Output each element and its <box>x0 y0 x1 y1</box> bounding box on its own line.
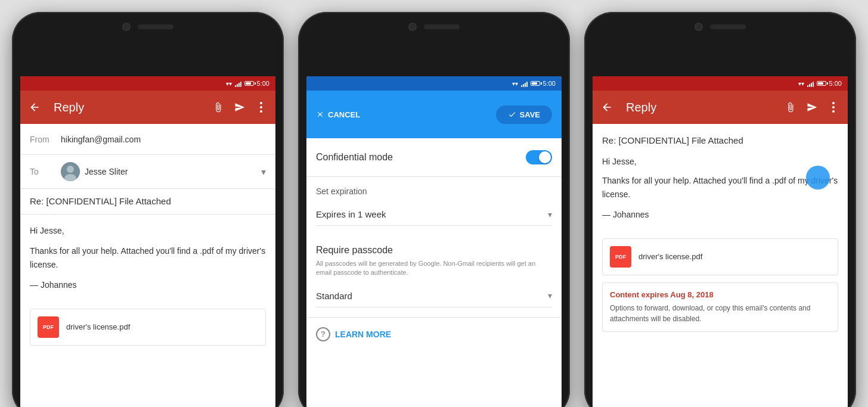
attachment-1[interactable]: PDF driver's license.pdf <box>30 309 266 346</box>
send-button-3[interactable] <box>805 100 819 114</box>
app-bar-title-1: Reply <box>54 101 204 114</box>
conf-header-2: CANCEL SAVE <box>306 91 562 138</box>
battery-icon-1 <box>244 81 254 86</box>
save-button-2[interactable]: SAVE <box>496 105 552 124</box>
svg-point-2 <box>260 110 262 113</box>
body-text-1: Hi Jesse, <box>30 224 266 237</box>
svg-point-6 <box>832 102 835 104</box>
phone-top-bar-1 <box>12 23 284 31</box>
from-label-1: From <box>30 135 54 144</box>
phone-top-bar-2 <box>298 23 570 31</box>
more-menu-button-3[interactable] <box>826 100 841 114</box>
pdf-icon-3: PDF <box>610 246 631 268</box>
body-content-1[interactable]: Hi Jesse, Thanks for all your help. Atta… <box>20 215 275 302</box>
speaker-1 <box>138 24 173 29</box>
expand-icon-1[interactable]: ▾ <box>261 166 266 178</box>
conf-mode-section-2: Confidential mode <box>306 138 562 177</box>
phone-frame-3: ▾▾ 5:00 R <box>584 12 856 407</box>
save-label-2: SAVE <box>520 110 540 119</box>
dropdown-arrow-2: ▾ <box>548 210 552 219</box>
phone-screen-2: ▾▾ 5:00 CANCEL <box>306 76 562 407</box>
cancel-label-2: CANCEL <box>328 110 360 119</box>
subject-row-1[interactable]: Re: [CONFIDENTIAL] File Attached <box>20 189 275 215</box>
expiry-title-3: Content expires Aug 8, 2018 <box>610 290 830 299</box>
more-menu-button-1[interactable] <box>254 100 268 114</box>
conf-mode-toggle-2[interactable] <box>526 150 552 164</box>
status-time-3: 5:00 <box>829 80 842 87</box>
status-time-2: 5:00 <box>543 80 556 87</box>
wifi-icon-2: ▾▾ <box>512 80 518 87</box>
phone-2: ▾▾ 5:00 CANCEL <box>298 12 570 407</box>
greeting-3: Hi Jesse, <box>602 155 838 168</box>
to-label-1: To <box>30 167 54 176</box>
body-para-3: Thanks for all your help. Attached you'l… <box>602 174 838 201</box>
camera-2 <box>408 23 417 31</box>
attachment-3[interactable]: PDF driver's license.pdf <box>602 238 838 275</box>
expiry-text-3: Options to forward, download, or copy th… <box>610 303 830 324</box>
expiration-value-2: Expires in 1 week <box>316 209 386 219</box>
subject-text-3: Re: [CONFIDENTIAL] File Attached <box>602 133 838 148</box>
signal-icon-2 <box>521 80 528 87</box>
passcode-arrow-2: ▾ <box>548 291 552 300</box>
app-bar-1: Reply <box>20 91 275 124</box>
back-button-1[interactable] <box>27 100 42 114</box>
phone-top-bar-3 <box>584 23 856 31</box>
conf-mode-row-2: Confidential mode <box>316 150 552 164</box>
camera-3 <box>695 23 703 31</box>
phone-screen-3: ▾▾ 5:00 R <box>593 76 848 407</box>
status-time-1: 5:00 <box>257 80 269 87</box>
speaker-3 <box>710 24 746 29</box>
body-content-3[interactable]: Re: [CONFIDENTIAL] File Attached Hi Jess… <box>593 124 848 231</box>
passcode-title-2: Require passcode <box>316 245 552 256</box>
cancel-button-2[interactable]: CANCEL <box>316 110 360 119</box>
phone-3: ▾▾ 5:00 R <box>584 12 856 407</box>
expiration-dropdown-2[interactable]: Expires in 1 week ▾ <box>316 203 552 226</box>
svg-point-8 <box>832 110 835 113</box>
phone-frame-2: ▾▾ 5:00 CANCEL <box>298 12 570 407</box>
expiry-notice-3: Content expires Aug 8, 2018 Options to f… <box>602 282 838 332</box>
learn-more-icon-2: ? <box>316 327 330 341</box>
to-field-1[interactable]: To Jesse Sliter ▾ <box>20 155 275 189</box>
status-bar-1: ▾▾ 5:00 <box>20 76 275 91</box>
camera-1 <box>122 23 131 31</box>
phone-screen-1: ▾▾ 5:00 R <box>20 76 275 407</box>
app-bar-3: Reply <box>593 91 848 124</box>
subject-text-1: Re: [CONFIDENTIAL] File Attached <box>30 196 171 206</box>
body-para-1: Thanks for all your help. Attached you'l… <box>30 244 266 271</box>
attachment-button-1[interactable] <box>211 100 225 114</box>
learn-more-label-2: LEARN MORE <box>335 330 391 339</box>
signal-icon-3 <box>807 80 814 87</box>
svg-point-0 <box>260 102 262 104</box>
expiration-title-2: Set expiration <box>316 187 552 196</box>
avatar-1 <box>61 162 80 181</box>
conf-mode-label-2: Confidential mode <box>316 152 393 163</box>
status-bar-2: ▾▾ 5:00 <box>306 76 562 91</box>
passcode-desc-2: All passcodes will be generated by Googl… <box>316 259 552 278</box>
learn-more-row-2[interactable]: ? LEARN MORE <box>306 318 562 351</box>
toggle-knob-2 <box>539 151 551 163</box>
svg-point-1 <box>260 106 262 108</box>
to-name-1[interactable]: Jesse Sliter <box>85 167 261 176</box>
app-bar-title-3: Reply <box>626 101 776 114</box>
passcode-value-2: Standard <box>316 291 352 301</box>
status-bar-3: ▾▾ 5:00 <box>593 76 848 91</box>
attachment-button-3[interactable] <box>783 100 798 114</box>
from-value-1[interactable]: hikingfan@gmail.com <box>61 135 266 144</box>
passcode-dropdown-2[interactable]: Standard ▾ <box>316 285 552 307</box>
battery-icon-3 <box>817 81 826 86</box>
blue-circle-3 <box>806 166 830 189</box>
phone-1: ▾▾ 5:00 R <box>12 12 284 407</box>
phone-frame-1: ▾▾ 5:00 R <box>12 12 284 407</box>
attachment-name-3: driver's license.pdf <box>638 252 702 261</box>
back-button-3[interactable] <box>600 100 614 114</box>
signature-1: — Johannes <box>30 278 266 291</box>
send-button-1[interactable] <box>232 100 247 114</box>
wifi-icon-3: ▾▾ <box>798 80 804 87</box>
expiration-section-2: Set expiration Expires in 1 week ▾ <box>306 177 562 235</box>
attachment-name-1: driver's license.pdf <box>66 322 130 331</box>
signature-3: — Johannes <box>602 208 838 221</box>
wifi-icon-1: ▾▾ <box>226 80 232 87</box>
from-field-1: From hikingfan@gmail.com <box>20 124 275 155</box>
passcode-section-2: Require passcode All passcodes will be g… <box>306 235 562 318</box>
signal-icon-1 <box>235 80 241 87</box>
